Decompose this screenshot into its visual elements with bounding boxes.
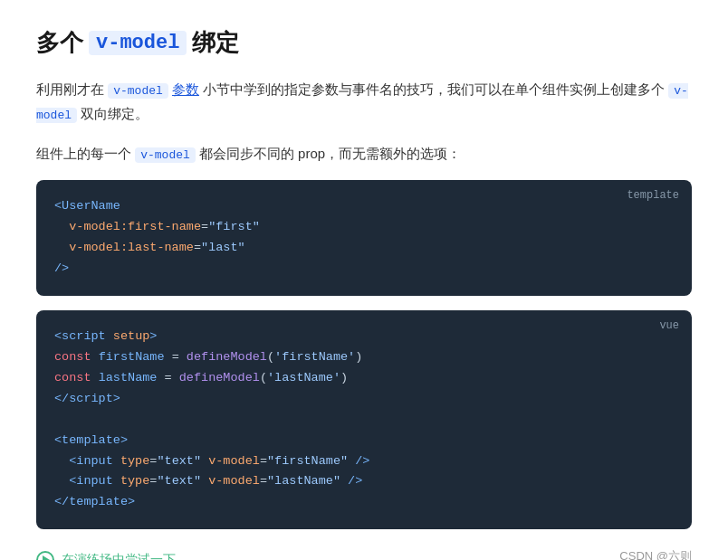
code-lang-vue: vue	[659, 319, 679, 332]
play-icon	[36, 551, 54, 560]
prose2-code: v-model	[135, 147, 196, 163]
title-prefix: 多个	[36, 27, 83, 59]
footer-credit: CSDN @六则	[619, 548, 692, 560]
code-block-template: template <UserName v-model:first-name="f…	[36, 180, 692, 296]
prose-paragraph-2: 组件上的每一个 v-model 都会同步不同的 prop，而无需额外的选项：	[36, 141, 692, 166]
prose-paragraph-1: 利用刚才在 v-model 参数 小节中学到的指定参数与事件名的技巧，我们可以在…	[36, 77, 692, 127]
code-block-vue: vue <script setup> const firstName = def…	[36, 310, 692, 529]
prose1-link[interactable]: 参数	[172, 81, 199, 97]
prose2-after: 都会同步不同的 prop，而无需额外的选项：	[199, 146, 461, 161]
playground-link[interactable]: 在演练场中尝试一下	[36, 551, 176, 560]
prose1-before: 利用刚才在	[36, 81, 104, 97]
page-title: 多个 v-model 绑定	[36, 27, 692, 59]
title-highlight: v-model	[89, 31, 187, 55]
playground-label: 在演练场中尝试一下	[62, 552, 176, 560]
prose2-before: 组件上的每一个	[36, 146, 131, 161]
code-content-vue: <script setup> const firstName = defineM…	[36, 310, 692, 529]
footer-row: 在演练场中尝试一下 CSDN @六则	[36, 544, 692, 560]
prose1-after: 双向绑定。	[81, 106, 148, 121]
code-lang-template: template	[627, 189, 679, 202]
title-suffix: 绑定	[192, 27, 239, 59]
prose1-middle: 小节中学到的指定参数与事件名的技巧，我们可以在单个组件实例上创建多个	[203, 81, 665, 97]
prose1-code1: v-model	[108, 83, 168, 99]
code-content-template: <UserName v-model:first-name="first" v-m…	[36, 180, 692, 296]
